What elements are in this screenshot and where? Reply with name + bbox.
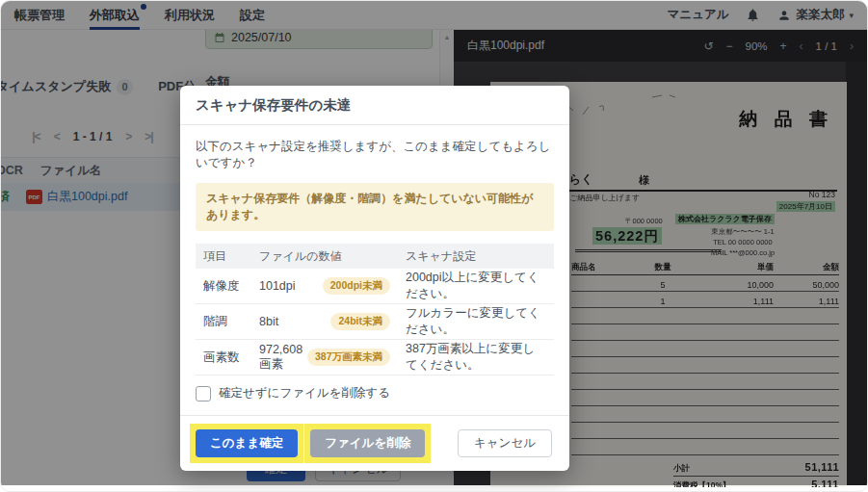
- app-window: 帳票管理 外部取込 利用状況 設定 マニュアル 楽楽太郎 ▾ タイムスタンプ失敗…: [0, 0, 868, 492]
- modal-footer: このまま確定 ファイルを削除 キャンセル: [180, 415, 569, 471]
- table-row-resolution: 解像度 101dpi 200dpi未満 200dpi以上に変更してください。: [196, 269, 554, 304]
- confirm-anyway-button[interactable]: このまま確定: [196, 429, 298, 457]
- highlight-annotation: このまま確定: [190, 424, 303, 463]
- highlight-annotation: ファイルを削除: [304, 424, 431, 463]
- requirements-table: 項目 ファイルの数値 スキャナ設定 解像度 101dpi 200dpi未満 20…: [196, 244, 554, 375]
- modal-cancel-button[interactable]: キャンセル: [458, 429, 552, 457]
- delete-without-confirm-row: 確定せずにファイルを削除する: [196, 385, 554, 401]
- requirement-badge: 387万画素未満: [307, 349, 390, 366]
- table-row-pixels: 画素数 972,608画素 387万画素未満 387万画素以上に変更してください…: [196, 340, 554, 375]
- warning-banner: スキャナ保存要件（解像度・階調）を満たしていない可能性があります。: [196, 183, 554, 231]
- scanner-requirements-modal: スキャナ保存要件の未達 以下のスキャナ設定を推奨しますが、このまま確定してもよろ…: [180, 86, 569, 471]
- requirement-badge: 200dpi未満: [323, 277, 390, 295]
- checkbox-label: 確定せずにファイルを削除する: [219, 385, 390, 401]
- modal-body: 以下のスキャナ設定を推奨しますが、このまま確定してもよろしいですか？ スキャナ保…: [180, 125, 569, 401]
- modal-question: 以下のスキャナ設定を推奨しますが、このまま確定してもよろしいですか？: [196, 139, 554, 171]
- delete-file-button[interactable]: ファイルを削除: [310, 429, 425, 457]
- modal-title: スキャナ保存要件の未達: [180, 86, 569, 125]
- delete-without-confirm-checkbox[interactable]: [196, 386, 211, 401]
- requirements-table-header: 項目 ファイルの数値 スキャナ設定: [196, 244, 554, 269]
- table-row-gradation: 階調 8bit 24bit未満 フルカラーに変更してください。: [196, 304, 554, 340]
- requirement-badge: 24bit未満: [330, 313, 390, 330]
